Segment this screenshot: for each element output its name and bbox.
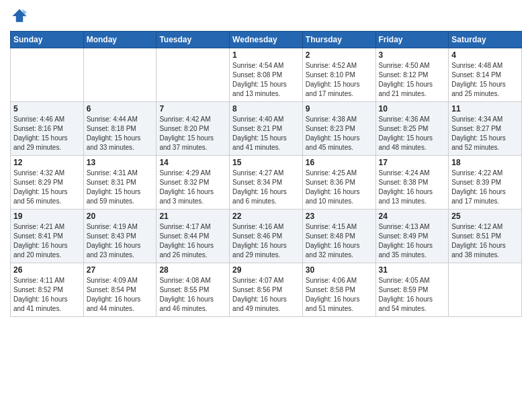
calendar-cell: 9Sunrise: 4:38 AM Sunset: 8:23 PM Daylig…: [302, 102, 375, 156]
day-info: Sunrise: 4:15 AM Sunset: 8:48 PM Dayligh…: [306, 222, 373, 260]
day-info: Sunrise: 4:38 AM Sunset: 8:23 PM Dayligh…: [306, 115, 373, 152]
day-number: 31: [379, 265, 446, 275]
calendar-cell: [157, 48, 230, 102]
day-number: 15: [232, 158, 300, 167]
day-info: Sunrise: 4:50 AM Sunset: 8:12 PM Dayligh…: [379, 61, 446, 99]
day-info: Sunrise: 4:17 AM Sunset: 8:44 PM Dayligh…: [159, 222, 226, 260]
calendar-cell: 28Sunrise: 4:08 AM Sunset: 8:55 PM Dayli…: [157, 263, 230, 317]
day-info: Sunrise: 4:16 AM Sunset: 8:46 PM Dayligh…: [232, 222, 300, 260]
day-number: 2: [306, 50, 373, 60]
calendar-cell: 14Sunrise: 4:29 AM Sunset: 8:32 PM Dayli…: [157, 156, 230, 210]
calendar-week: 1Sunrise: 4:54 AM Sunset: 8:08 PM Daylig…: [11, 48, 522, 102]
calendar-cell: 24Sunrise: 4:13 AM Sunset: 8:49 PM Dayli…: [375, 210, 449, 263]
day-number: 14: [159, 158, 226, 167]
calendar-cell: 20Sunrise: 4:19 AM Sunset: 8:43 PM Dayli…: [83, 210, 157, 263]
calendar-cell: 1Sunrise: 4:54 AM Sunset: 8:08 PM Daylig…: [230, 48, 303, 102]
calendar-cell: 22Sunrise: 4:16 AM Sunset: 8:46 PM Dayli…: [230, 210, 303, 263]
day-number: 1: [232, 50, 300, 60]
calendar-cell: 13Sunrise: 4:31 AM Sunset: 8:31 PM Dayli…: [83, 156, 157, 210]
day-number: 16: [306, 158, 373, 167]
day-number: 18: [451, 158, 519, 167]
day-info: Sunrise: 4:12 AM Sunset: 8:51 PM Dayligh…: [451, 222, 519, 260]
day-number: 8: [232, 104, 300, 113]
day-number: 3: [379, 50, 446, 60]
weekday-header: Thursday: [302, 32, 375, 48]
logo-icon: [10, 7, 29, 26]
day-info: Sunrise: 4:52 AM Sunset: 8:10 PM Dayligh…: [306, 61, 373, 99]
day-number: 7: [159, 104, 226, 113]
calendar-cell: 15Sunrise: 4:27 AM Sunset: 8:34 PM Dayli…: [230, 156, 303, 210]
day-info: Sunrise: 4:25 AM Sunset: 8:36 PM Dayligh…: [306, 169, 373, 206]
day-number: 20: [87, 212, 154, 221]
calendar-header: SundayMondayTuesdayWednesdayThursdayFrid…: [11, 32, 522, 48]
calendar-cell: 2Sunrise: 4:52 AM Sunset: 8:10 PM Daylig…: [302, 48, 375, 102]
weekday-header: Sunday: [11, 32, 84, 48]
day-number: 22: [232, 212, 300, 221]
calendar-cell: 23Sunrise: 4:15 AM Sunset: 8:48 PM Dayli…: [302, 210, 375, 263]
day-info: Sunrise: 4:24 AM Sunset: 8:38 PM Dayligh…: [379, 169, 446, 206]
day-number: 30: [306, 265, 373, 275]
day-number: 27: [87, 265, 154, 275]
day-number: 19: [13, 212, 81, 221]
day-info: Sunrise: 4:32 AM Sunset: 8:29 PM Dayligh…: [13, 169, 81, 206]
calendar-cell: 17Sunrise: 4:24 AM Sunset: 8:38 PM Dayli…: [375, 156, 449, 210]
day-info: Sunrise: 4:21 AM Sunset: 8:41 PM Dayligh…: [13, 222, 81, 260]
day-info: Sunrise: 4:31 AM Sunset: 8:31 PM Dayligh…: [87, 169, 154, 206]
day-number: 26: [13, 265, 81, 275]
day-info: Sunrise: 4:09 AM Sunset: 8:54 PM Dayligh…: [87, 276, 154, 314]
day-info: Sunrise: 4:44 AM Sunset: 8:18 PM Dayligh…: [87, 115, 154, 152]
day-number: 11: [451, 104, 519, 113]
day-info: Sunrise: 4:48 AM Sunset: 8:14 PM Dayligh…: [451, 61, 519, 99]
calendar-cell: 30Sunrise: 4:06 AM Sunset: 8:58 PM Dayli…: [302, 263, 375, 317]
calendar-cell: [83, 48, 157, 102]
day-number: 6: [87, 104, 154, 113]
calendar-cell: 21Sunrise: 4:17 AM Sunset: 8:44 PM Dayli…: [157, 210, 230, 263]
calendar: SundayMondayTuesdayWednesdayThursdayFrid…: [10, 31, 522, 317]
calendar-cell: [11, 48, 84, 102]
calendar-cell: 31Sunrise: 4:05 AM Sunset: 8:59 PM Dayli…: [375, 263, 449, 317]
day-info: Sunrise: 4:27 AM Sunset: 8:34 PM Dayligh…: [232, 169, 300, 206]
day-info: Sunrise: 4:54 AM Sunset: 8:08 PM Dayligh…: [232, 61, 300, 99]
weekday-header: Tuesday: [157, 32, 230, 48]
calendar-cell: 27Sunrise: 4:09 AM Sunset: 8:54 PM Dayli…: [83, 263, 157, 317]
weekday-header: Wednesday: [230, 32, 303, 48]
calendar-cell: 19Sunrise: 4:21 AM Sunset: 8:41 PM Dayli…: [11, 210, 84, 263]
day-info: Sunrise: 4:19 AM Sunset: 8:43 PM Dayligh…: [87, 222, 154, 260]
calendar-week: 5Sunrise: 4:46 AM Sunset: 8:16 PM Daylig…: [11, 102, 522, 156]
calendar-cell: 4Sunrise: 4:48 AM Sunset: 8:14 PM Daylig…: [449, 48, 522, 102]
day-info: Sunrise: 4:40 AM Sunset: 8:21 PM Dayligh…: [232, 115, 300, 152]
calendar-cell: 26Sunrise: 4:11 AM Sunset: 8:52 PM Dayli…: [11, 263, 84, 317]
day-info: Sunrise: 4:36 AM Sunset: 8:25 PM Dayligh…: [379, 115, 446, 152]
day-info: Sunrise: 4:34 AM Sunset: 8:27 PM Dayligh…: [451, 115, 519, 152]
calendar-cell: 3Sunrise: 4:50 AM Sunset: 8:12 PM Daylig…: [375, 48, 449, 102]
day-info: Sunrise: 4:13 AM Sunset: 8:49 PM Dayligh…: [379, 222, 446, 260]
day-info: Sunrise: 4:22 AM Sunset: 8:39 PM Dayligh…: [451, 169, 519, 206]
calendar-cell: 25Sunrise: 4:12 AM Sunset: 8:51 PM Dayli…: [449, 210, 522, 263]
calendar-cell: 29Sunrise: 4:07 AM Sunset: 8:56 PM Dayli…: [230, 263, 303, 317]
day-number: 12: [13, 158, 81, 167]
page: SundayMondayTuesdayWednesdayThursdayFrid…: [0, 0, 532, 411]
weekday-header: Friday: [375, 32, 449, 48]
calendar-cell: 18Sunrise: 4:22 AM Sunset: 8:39 PM Dayli…: [449, 156, 522, 210]
weekday-row: SundayMondayTuesdayWednesdayThursdayFrid…: [11, 32, 522, 48]
day-info: Sunrise: 4:05 AM Sunset: 8:59 PM Dayligh…: [379, 276, 446, 314]
calendar-body: 1Sunrise: 4:54 AM Sunset: 8:08 PM Daylig…: [11, 48, 522, 317]
calendar-cell: 16Sunrise: 4:25 AM Sunset: 8:36 PM Dayli…: [302, 156, 375, 210]
day-info: Sunrise: 4:06 AM Sunset: 8:58 PM Dayligh…: [306, 276, 373, 314]
calendar-cell: 12Sunrise: 4:32 AM Sunset: 8:29 PM Dayli…: [11, 156, 84, 210]
day-number: 24: [379, 212, 446, 221]
day-number: 29: [232, 265, 300, 275]
day-number: 10: [379, 104, 446, 113]
calendar-cell: [449, 263, 522, 317]
day-number: 5: [13, 104, 81, 113]
calendar-cell: 6Sunrise: 4:44 AM Sunset: 8:18 PM Daylig…: [83, 102, 157, 156]
calendar-cell: 8Sunrise: 4:40 AM Sunset: 8:21 PM Daylig…: [230, 102, 303, 156]
day-info: Sunrise: 4:46 AM Sunset: 8:16 PM Dayligh…: [13, 115, 81, 152]
calendar-week: 26Sunrise: 4:11 AM Sunset: 8:52 PM Dayli…: [11, 263, 522, 317]
day-number: 17: [379, 158, 446, 167]
day-number: 28: [159, 265, 226, 275]
day-number: 4: [451, 50, 519, 60]
calendar-week: 12Sunrise: 4:32 AM Sunset: 8:29 PM Dayli…: [11, 156, 522, 210]
day-number: 23: [306, 212, 373, 221]
day-info: Sunrise: 4:29 AM Sunset: 8:32 PM Dayligh…: [159, 169, 226, 206]
